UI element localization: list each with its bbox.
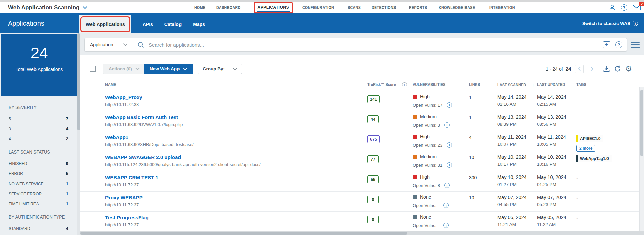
sidebar-filter-row[interactable]: ERROR 5	[9, 171, 68, 176]
trurisk-score-badge[interactable]: 675	[367, 135, 380, 143]
sidebar-sections: BY SEVERITY 5 7 3 4 4 2 LAST SCAN STATUS…	[1, 96, 77, 231]
sidebar-filter-row[interactable]: STANDARD 4	[9, 226, 68, 231]
column-header-links[interactable]: LINKS	[469, 82, 497, 91]
last-updated-time: 08:56 PM	[537, 122, 576, 127]
open-vulns-info-icon[interactable]: i	[447, 162, 452, 168]
prev-page-button[interactable]	[575, 65, 584, 73]
tag-chip[interactable]: WebAppTag1.0	[576, 155, 612, 162]
app-name-link[interactable]: WebApp_Proxy	[105, 94, 142, 100]
trurisk-score-badge[interactable]: 44	[367, 115, 379, 123]
sidebar-filter-row[interactable]: FINISHED 9	[9, 161, 68, 166]
open-vulns-info-icon[interactable]: i	[443, 223, 449, 228]
info-icon[interactable]: i	[402, 82, 407, 87]
sidebar-filter-row[interactable]: 3 4	[9, 126, 68, 131]
menu-icon[interactable]	[631, 42, 640, 50]
tag-chip[interactable]: APISEC1.0	[576, 135, 603, 142]
column-header-trurisk-score[interactable]: TruRisk™ Scorei	[367, 82, 413, 91]
open-vulns-info-icon[interactable]: i	[447, 102, 452, 108]
new-web-app-button[interactable]: New Web App	[144, 64, 193, 74]
row-gutter	[80, 171, 105, 191]
search-scope-dropdown[interactable]: Application	[85, 38, 132, 51]
row-gutter	[80, 212, 105, 231]
page-title: Applications	[8, 13, 44, 33]
column-header-tags[interactable]: TAGS	[576, 82, 639, 91]
refresh-icon[interactable]	[614, 65, 621, 72]
sidebar-filter-row[interactable]: TIME LIMIT REA... 1	[9, 201, 68, 206]
app-url: http://10.11.68.92/DVWA/1.0.7/login.php	[105, 122, 367, 127]
open-vulns-info-icon[interactable]: i	[444, 122, 450, 128]
last-scanned-time: 10:17 PM	[497, 162, 537, 167]
last-updated-date: May 10, 2024	[537, 174, 576, 180]
add-criteria-icon[interactable]: +	[603, 41, 610, 48]
severity-label: None	[420, 194, 431, 200]
app-name-link[interactable]: WebApp Basic Form Auth Test	[105, 114, 178, 120]
sidebar-scrollbar[interactable]	[77, 33, 80, 235]
user-icon[interactable]	[609, 4, 616, 11]
app-name-link[interactable]: Proxy WEBAPP	[105, 195, 143, 200]
group-by-dropdown[interactable]: Group By: ...	[198, 64, 242, 74]
tags-cell: APISEC1.02 more	[576, 131, 639, 152]
column-header-last-scanned[interactable]: LAST SCANNED↓	[497, 82, 537, 91]
vertical-scrollbar[interactable]	[639, 87, 644, 231]
actions-button[interactable]: Actions (0)	[103, 64, 145, 74]
sidebar-filter-label: TIME LIMIT REA...	[9, 201, 42, 206]
help-icon[interactable]: ?	[621, 4, 627, 11]
product-switcher[interactable]: Web Application Scanning	[8, 2, 87, 13]
nav-item-reports[interactable]: REPORTS	[409, 5, 427, 10]
nav-item-dashboard[interactable]: DASHBOARD	[216, 5, 241, 10]
tab-web-applications[interactable]: Web Applications	[79, 15, 131, 33]
select-all-checkbox[interactable]	[90, 66, 96, 72]
trurisk-score-badge[interactable]: 0	[367, 216, 379, 223]
sidebar-filter-label: 4	[9, 136, 11, 141]
settings-gear-icon[interactable]: ⚙	[625, 65, 632, 73]
trurisk-score-badge[interactable]: 55	[367, 175, 379, 183]
nav-item-scans[interactable]: SCANS	[348, 5, 361, 10]
nav-item-knowledge-base[interactable]: KNOWLEDGE BASE	[439, 5, 475, 10]
sidebar-filter-label: 5	[9, 116, 11, 121]
sidebar-filter-row[interactable]: NO WEB SERVICE 1	[9, 181, 68, 186]
pagination-total: 24	[566, 66, 571, 72]
trurisk-score-badge[interactable]: 77	[367, 155, 379, 163]
app-name-link[interactable]: Test ProgressFlag	[105, 215, 149, 220]
open-vulns-text: Open Vulns: 17	[413, 103, 442, 108]
open-vulns-info-icon[interactable]: i	[443, 203, 449, 208]
sidebar-filter-row[interactable]: SERVICE ERROR... 1	[9, 191, 68, 196]
search-input[interactable]: Search for applications...	[132, 42, 603, 48]
sidebar-filter-label: FINISHED	[9, 161, 27, 166]
table-header: NAMETruRisk™ ScoreiVULNERABILITIESLINKSL…	[80, 82, 639, 91]
nav-item-home[interactable]: HOME	[194, 5, 205, 10]
more-tags-chip[interactable]: 2 more	[576, 145, 595, 152]
sidebar-filter-row[interactable]: 4 2	[9, 136, 68, 141]
switch-to-classic-link[interactable]: Switch to classic WAS i	[582, 13, 638, 33]
tab-maps[interactable]: Maps	[193, 22, 205, 27]
links-count: 10	[469, 151, 497, 171]
horizontal-scrollbar[interactable]	[80, 231, 644, 235]
nav-item-configuration[interactable]: CONFIGURATION	[302, 5, 334, 10]
next-page-button[interactable]	[588, 65, 596, 73]
column-header-last-updated[interactable]: LAST UPDATED	[537, 82, 576, 91]
app-name-link[interactable]: WEBAPP CRM TEST 1	[105, 174, 158, 180]
download-icon[interactable]	[603, 66, 610, 72]
open-vulns-info-icon[interactable]: i	[444, 183, 450, 188]
nav-item-detections[interactable]: DETECTIONS	[372, 5, 396, 10]
column-header-name[interactable]: NAME	[105, 82, 367, 91]
sort-down-icon[interactable]: ↓	[532, 82, 534, 87]
nav-item-applications[interactable]: APPLICATIONS	[254, 2, 293, 13]
app-name-link[interactable]: WebApp1	[105, 134, 128, 140]
sidebar-filter-row[interactable]: 5 7	[9, 116, 68, 121]
app-url: http://10.11.72.37	[105, 222, 367, 227]
app-name-link[interactable]: WEBAPP SWAGGER 2.0 upload	[105, 154, 181, 160]
column-header-vulnerabilities[interactable]: VULNERABILITIES	[413, 82, 469, 91]
trurisk-score-badge[interactable]: 0	[367, 196, 379, 203]
info-icon: i	[633, 21, 638, 26]
search-placeholder: Search for applications...	[149, 42, 204, 48]
search-help-icon[interactable]: ?	[615, 41, 622, 48]
open-vulns-info-icon[interactable]: i	[447, 142, 452, 148]
table-row: WebApp Basic Form Auth Test http://10.11…	[80, 111, 639, 131]
tab-apis[interactable]: APIs	[143, 22, 153, 27]
tab-catalog[interactable]: Catalog	[164, 22, 182, 27]
severity-label: High	[420, 94, 430, 99]
trurisk-score-badge[interactable]: 141	[367, 95, 380, 103]
nav-item-integration[interactable]: INTEGRATION	[489, 5, 515, 10]
messages-icon[interactable]: 2	[633, 5, 641, 10]
